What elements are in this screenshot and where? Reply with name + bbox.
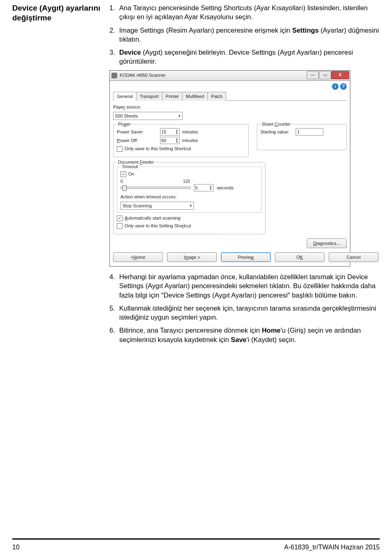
auto-start-label: Automatically start scanning [125, 215, 180, 221]
steps-column: 1. Ana Tarayıcı penceresinde Setting Sho… [109, 3, 380, 348]
page-footer: 10 A-61839_tr/TWAIN Haziran 2015 [12, 544, 380, 551]
step-text: Herhangi bir ayarlama yapmadan önce, kul… [119, 272, 380, 300]
maximize-button[interactable]: ▭ [319, 71, 331, 79]
sheet-counter-legend: Sheet Counter [261, 121, 292, 127]
step-text: Device (Aygıt) seçeneğini belirleyin. De… [119, 48, 380, 66]
power-group-legend: Power [117, 121, 132, 127]
paper-source-select[interactable]: 500 Sheets ▾ [113, 112, 183, 120]
step-number: 5. [109, 304, 119, 322]
starting-value-input[interactable]: 1 [296, 128, 323, 136]
slider-max: 120 [183, 179, 190, 184]
info-icon[interactable]: i [332, 83, 339, 90]
step-bold: Settings [292, 27, 318, 34]
only-save-label: Only save to this Setting Shortcut [125, 146, 191, 152]
timeout-on-checkbox[interactable] [120, 171, 126, 177]
step-number: 4. [109, 272, 119, 300]
tabs-bar: General Transport Printer Multifeed Patc… [113, 91, 347, 101]
step-text: Ana Tarayıcı penceresinde Setting Shortc… [119, 3, 380, 22]
step-text-pre: Image Settings (Resim Ayarları) penceres… [119, 27, 292, 34]
tab-patch[interactable]: Patch [207, 92, 226, 101]
minutes-unit: minutes [182, 129, 198, 135]
paper-source-value: 500 Sheets [115, 113, 138, 119]
step-number: 3. [109, 48, 119, 66]
action-select[interactable]: Stop Scanning ▾ [120, 202, 194, 210]
preview-button[interactable]: Preview [221, 252, 271, 262]
spinner-arrows-icon: ▲▼ [209, 185, 212, 191]
step-bold: Save [231, 336, 247, 343]
image-button[interactable]: Image > [167, 252, 217, 262]
tab-transport[interactable]: Transport [136, 92, 163, 101]
tab-general[interactable]: General [113, 92, 136, 101]
action-label: Action when timeout occurs: [120, 194, 258, 200]
home-button[interactable]: < Home [113, 252, 163, 262]
starting-value-label: Starting value: [261, 129, 293, 135]
window-app-icon [111, 73, 117, 78]
window-title: KODAK i4850 Scanner [120, 72, 166, 78]
scanner-settings-window: KODAK i4850 Scanner — ▭ X i ? [109, 70, 350, 267]
spinner-arrows-icon: ▲▼ [175, 129, 178, 135]
only-save-label-2: Only save to this Setting Shortcut [125, 223, 191, 229]
document-feeder-group: Document Feeder Timeout On 0 [113, 162, 265, 234]
doc-reference: A-61839_tr/TWAIN Haziran 2015 [284, 544, 380, 551]
seconds-unit: seconds [217, 185, 234, 191]
footer-rule [12, 538, 380, 540]
cancel-button[interactable]: Cancel [329, 252, 379, 262]
ok-button[interactable]: OK [275, 252, 325, 262]
step-number: 1. [109, 3, 119, 22]
step-text-post: 'i (Kaydet) seçin. [247, 336, 296, 343]
only-save-checkbox-2[interactable] [117, 223, 122, 229]
power-saver-value: 15 [161, 129, 166, 135]
timeout-value: 5 [195, 185, 198, 191]
action-value: Stop Scanning [122, 203, 152, 209]
slider-min: 0 [120, 179, 123, 184]
tab-multifeed[interactable]: Multifeed [182, 92, 208, 101]
slider-thumb[interactable] [122, 185, 127, 191]
power-group: Power Power Saver: 15▲▼ minutes Power Of… [113, 124, 249, 157]
spinner-arrows-icon: ▲▼ [175, 138, 178, 143]
step-text-pre: Bitirince, ana Tarayıcı penceresine dönm… [119, 327, 262, 334]
page-number: 10 [12, 544, 20, 551]
timeout-on-label: On [128, 171, 134, 177]
timeout-slider[interactable] [120, 187, 191, 189]
timeout-legend: Timeout [120, 164, 139, 170]
power-off-value: 60 [161, 138, 166, 144]
help-icon[interactable]: ? [340, 83, 347, 90]
auto-start-checkbox[interactable] [117, 216, 122, 221]
diagnostics-button[interactable]: Diagnostics... [307, 238, 347, 248]
sheet-counter-group: Sheet Counter Starting value: 1 [257, 124, 347, 150]
step-bold: Device [119, 49, 141, 56]
minutes-unit: minutes [182, 138, 198, 144]
power-saver-spinner[interactable]: 15▲▼ [160, 128, 180, 136]
close-button[interactable]: X [331, 71, 349, 79]
step-text-post: (Aygıt) seçeneğini belirleyin. Device Se… [119, 49, 353, 65]
power-off-label: Power Off: [117, 138, 158, 144]
timeout-spinner[interactable]: 5▲▼ [194, 184, 214, 191]
window-titlebar: KODAK i4850 Scanner — ▭ X [110, 71, 350, 81]
step-bold: Home [262, 327, 281, 334]
step-text: Bitirince, ana Tarayıcı penceresine dönm… [119, 326, 380, 344]
paper-source-label: Paper source: [113, 104, 347, 110]
power-saver-label: Power Saver: [117, 129, 158, 135]
step-number: 2. [109, 26, 119, 44]
chevron-down-icon: ▾ [190, 203, 192, 208]
minimize-button[interactable]: — [307, 71, 319, 79]
power-off-spinner[interactable]: 60▲▼ [160, 137, 180, 144]
step-text: Kullanmak istediğiniz her seçenek için, … [119, 304, 380, 322]
section-heading: Device (Aygıt) ayarlarını değiştirme [12, 3, 102, 23]
tab-printer[interactable]: Printer [162, 92, 183, 101]
timeout-subgroup: Timeout On 0 120 [117, 167, 262, 213]
only-save-checkbox[interactable] [117, 146, 122, 152]
step-text: Image Settings (Resim Ayarları) penceres… [119, 26, 380, 44]
chevron-down-icon: ▾ [178, 113, 180, 118]
step-number: 6. [109, 326, 119, 344]
